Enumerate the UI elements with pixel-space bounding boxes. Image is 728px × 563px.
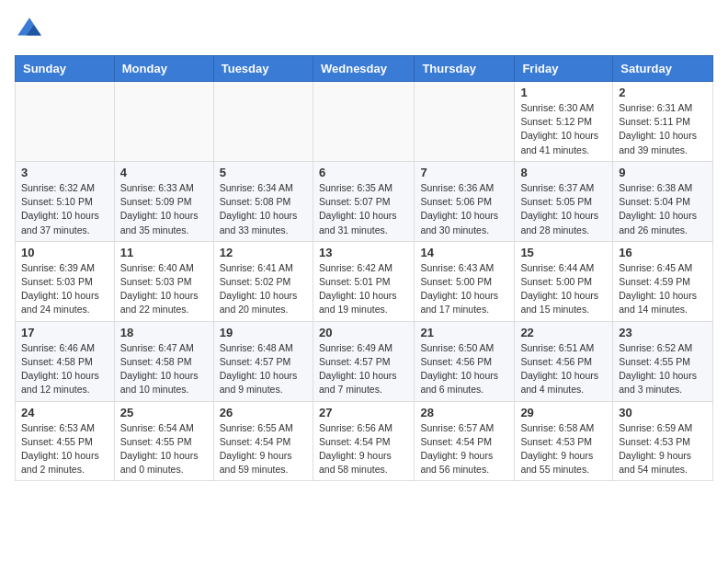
weekday-header-tuesday: Tuesday xyxy=(213,56,313,82)
day-number: 29 xyxy=(520,406,607,419)
calendar-cell: 4Sunrise: 6:33 AM Sunset: 5:09 PM Daylig… xyxy=(114,161,213,241)
calendar-cell: 2Sunrise: 6:31 AM Sunset: 5:11 PM Daylig… xyxy=(613,82,713,162)
cell-content: Sunrise: 6:32 AM Sunset: 5:10 PM Dayligh… xyxy=(21,181,108,237)
calendar-cell xyxy=(16,82,115,162)
day-number: 1 xyxy=(520,86,607,99)
calendar-table: SundayMondayTuesdayWednesdayThursdayFrid… xyxy=(15,55,713,481)
day-number: 3 xyxy=(21,166,108,179)
calendar-cell: 25Sunrise: 6:54 AM Sunset: 4:55 PM Dayli… xyxy=(114,401,213,481)
cell-content: Sunrise: 6:44 AM Sunset: 5:00 PM Dayligh… xyxy=(520,261,607,317)
calendar-cell: 11Sunrise: 6:40 AM Sunset: 5:03 PM Dayli… xyxy=(114,241,213,321)
day-number: 2 xyxy=(619,86,707,99)
day-number: 5 xyxy=(220,166,307,179)
calendar-cell: 29Sunrise: 6:58 AM Sunset: 4:53 PM Dayli… xyxy=(515,401,613,481)
calendar-cell: 6Sunrise: 6:35 AM Sunset: 5:07 PM Daylig… xyxy=(313,161,414,241)
cell-content: Sunrise: 6:34 AM Sunset: 5:08 PM Dayligh… xyxy=(220,181,307,237)
page-header xyxy=(15,15,713,44)
day-number: 14 xyxy=(420,246,508,259)
cell-content: Sunrise: 6:39 AM Sunset: 5:03 PM Dayligh… xyxy=(21,261,108,317)
day-number: 22 xyxy=(520,326,607,339)
weekday-header-sunday: Sunday xyxy=(16,56,115,82)
calendar-cell: 16Sunrise: 6:45 AM Sunset: 4:59 PM Dayli… xyxy=(613,241,713,321)
day-number: 6 xyxy=(319,166,408,179)
day-number: 25 xyxy=(120,406,208,419)
calendar-cell: 9Sunrise: 6:38 AM Sunset: 5:04 PM Daylig… xyxy=(613,161,713,241)
calendar-cell: 17Sunrise: 6:46 AM Sunset: 4:58 PM Dayli… xyxy=(16,321,115,401)
cell-content: Sunrise: 6:37 AM Sunset: 5:05 PM Dayligh… xyxy=(520,181,607,237)
calendar-cell: 15Sunrise: 6:44 AM Sunset: 5:00 PM Dayli… xyxy=(515,241,613,321)
calendar-cell: 19Sunrise: 6:48 AM Sunset: 4:57 PM Dayli… xyxy=(213,321,313,401)
cell-content: Sunrise: 6:42 AM Sunset: 5:01 PM Dayligh… xyxy=(319,261,408,317)
calendar-cell: 20Sunrise: 6:49 AM Sunset: 4:57 PM Dayli… xyxy=(313,321,414,401)
calendar-cell: 3Sunrise: 6:32 AM Sunset: 5:10 PM Daylig… xyxy=(16,161,115,241)
calendar-cell xyxy=(114,82,213,162)
calendar-cell: 12Sunrise: 6:41 AM Sunset: 5:02 PM Dayli… xyxy=(213,241,313,321)
calendar-week-row: 24Sunrise: 6:53 AM Sunset: 4:55 PM Dayli… xyxy=(16,401,713,481)
cell-content: Sunrise: 6:57 AM Sunset: 4:54 PM Dayligh… xyxy=(420,421,508,477)
day-number: 4 xyxy=(120,166,208,179)
cell-content: Sunrise: 6:33 AM Sunset: 5:09 PM Dayligh… xyxy=(120,181,208,237)
calendar-week-row: 17Sunrise: 6:46 AM Sunset: 4:58 PM Dayli… xyxy=(16,321,713,401)
calendar-cell: 18Sunrise: 6:47 AM Sunset: 4:58 PM Dayli… xyxy=(114,321,213,401)
day-number: 9 xyxy=(619,166,707,179)
day-number: 10 xyxy=(21,246,108,259)
cell-content: Sunrise: 6:38 AM Sunset: 5:04 PM Dayligh… xyxy=(619,181,707,237)
calendar-week-row: 10Sunrise: 6:39 AM Sunset: 5:03 PM Dayli… xyxy=(16,241,713,321)
day-number: 30 xyxy=(619,406,707,419)
calendar-cell: 30Sunrise: 6:59 AM Sunset: 4:53 PM Dayli… xyxy=(613,401,713,481)
cell-content: Sunrise: 6:48 AM Sunset: 4:57 PM Dayligh… xyxy=(220,341,307,397)
calendar-cell: 10Sunrise: 6:39 AM Sunset: 5:03 PM Dayli… xyxy=(16,241,115,321)
day-number: 27 xyxy=(319,406,408,419)
cell-content: Sunrise: 6:45 AM Sunset: 4:59 PM Dayligh… xyxy=(619,261,707,317)
day-number: 16 xyxy=(619,246,707,259)
day-number: 15 xyxy=(520,246,607,259)
cell-content: Sunrise: 6:36 AM Sunset: 5:06 PM Dayligh… xyxy=(420,181,508,237)
day-number: 17 xyxy=(21,326,108,339)
day-number: 24 xyxy=(21,406,108,419)
calendar-cell: 14Sunrise: 6:43 AM Sunset: 5:00 PM Dayli… xyxy=(415,241,515,321)
cell-content: Sunrise: 6:58 AM Sunset: 4:53 PM Dayligh… xyxy=(520,421,607,477)
cell-content: Sunrise: 6:46 AM Sunset: 4:58 PM Dayligh… xyxy=(21,341,108,397)
day-number: 11 xyxy=(120,246,208,259)
calendar-cell: 26Sunrise: 6:55 AM Sunset: 4:54 PM Dayli… xyxy=(213,401,313,481)
calendar-cell: 27Sunrise: 6:56 AM Sunset: 4:54 PM Dayli… xyxy=(313,401,414,481)
weekday-header-monday: Monday xyxy=(114,56,213,82)
weekday-header-thursday: Thursday xyxy=(415,56,515,82)
day-number: 23 xyxy=(619,326,707,339)
day-number: 18 xyxy=(120,326,208,339)
cell-content: Sunrise: 6:59 AM Sunset: 4:53 PM Dayligh… xyxy=(619,421,707,477)
calendar-cell: 7Sunrise: 6:36 AM Sunset: 5:06 PM Daylig… xyxy=(415,161,515,241)
calendar-cell xyxy=(415,82,515,162)
day-number: 21 xyxy=(420,326,508,339)
calendar-cell: 23Sunrise: 6:52 AM Sunset: 4:55 PM Dayli… xyxy=(613,321,713,401)
calendar-cell: 13Sunrise: 6:42 AM Sunset: 5:01 PM Dayli… xyxy=(313,241,414,321)
cell-content: Sunrise: 6:52 AM Sunset: 4:55 PM Dayligh… xyxy=(619,341,707,397)
calendar-cell: 22Sunrise: 6:51 AM Sunset: 4:56 PM Dayli… xyxy=(515,321,613,401)
cell-content: Sunrise: 6:43 AM Sunset: 5:00 PM Dayligh… xyxy=(420,261,508,317)
day-number: 19 xyxy=(220,326,307,339)
weekday-header-wednesday: Wednesday xyxy=(313,56,414,82)
cell-content: Sunrise: 6:54 AM Sunset: 4:55 PM Dayligh… xyxy=(120,421,208,477)
calendar-cell: 28Sunrise: 6:57 AM Sunset: 4:54 PM Dayli… xyxy=(415,401,515,481)
cell-content: Sunrise: 6:30 AM Sunset: 5:12 PM Dayligh… xyxy=(520,101,607,157)
calendar-cell: 8Sunrise: 6:37 AM Sunset: 5:05 PM Daylig… xyxy=(515,161,613,241)
weekday-header-saturday: Saturday xyxy=(613,56,713,82)
cell-content: Sunrise: 6:49 AM Sunset: 4:57 PM Dayligh… xyxy=(319,341,408,397)
day-number: 13 xyxy=(319,246,408,259)
weekday-header-row: SundayMondayTuesdayWednesdayThursdayFrid… xyxy=(16,56,713,82)
calendar-week-row: 3Sunrise: 6:32 AM Sunset: 5:10 PM Daylig… xyxy=(16,161,713,241)
calendar-cell: 5Sunrise: 6:34 AM Sunset: 5:08 PM Daylig… xyxy=(213,161,313,241)
cell-content: Sunrise: 6:50 AM Sunset: 4:56 PM Dayligh… xyxy=(420,341,508,397)
cell-content: Sunrise: 6:53 AM Sunset: 4:55 PM Dayligh… xyxy=(21,421,108,477)
calendar-week-row: 1Sunrise: 6:30 AM Sunset: 5:12 PM Daylig… xyxy=(16,82,713,162)
cell-content: Sunrise: 6:31 AM Sunset: 5:11 PM Dayligh… xyxy=(619,101,707,157)
calendar-cell xyxy=(313,82,414,162)
day-number: 8 xyxy=(520,166,607,179)
cell-content: Sunrise: 6:47 AM Sunset: 4:58 PM Dayligh… xyxy=(120,341,208,397)
day-number: 7 xyxy=(420,166,508,179)
cell-content: Sunrise: 6:40 AM Sunset: 5:03 PM Dayligh… xyxy=(120,261,208,317)
day-number: 12 xyxy=(220,246,307,259)
logo-icon xyxy=(15,15,44,44)
calendar-cell xyxy=(213,82,313,162)
calendar-cell: 21Sunrise: 6:50 AM Sunset: 4:56 PM Dayli… xyxy=(415,321,515,401)
